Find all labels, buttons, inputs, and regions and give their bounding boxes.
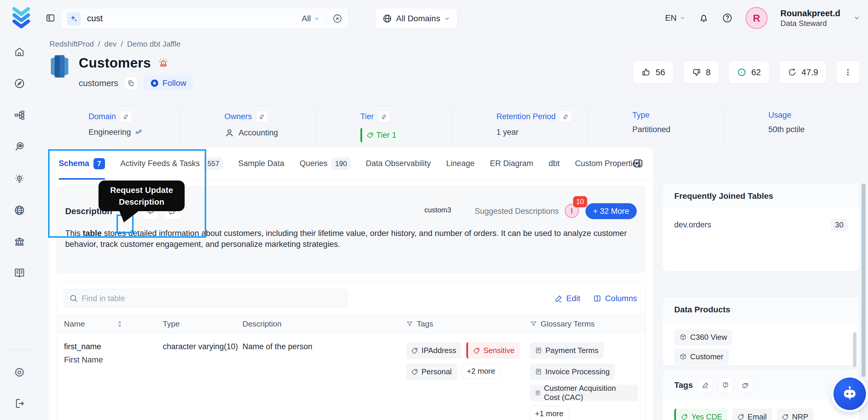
joined-table-row[interactable]: dev.orders 30 — [662, 208, 860, 242]
tab-activity-feeds[interactable]: Activity Feeds & Tasks 557 — [120, 148, 223, 180]
find-in-table-input[interactable] — [64, 289, 347, 308]
glossary-term-chip[interactable]: Payment Terms — [530, 342, 604, 359]
tags-more-button[interactable]: +2 more — [462, 363, 500, 379]
thumbs-up-icon — [642, 67, 651, 77]
lineage-icon[interactable] — [13, 109, 25, 121]
more-actions-button[interactable] — [836, 61, 860, 84]
all-domains-dropdown[interactable]: All Domains — [375, 8, 458, 29]
globe-icon — [382, 14, 392, 23]
likes-button[interactable]: 56 — [633, 61, 674, 84]
insights-bulb-icon[interactable] — [13, 173, 25, 185]
tag-chip[interactable]: IPAddress — [406, 342, 462, 359]
meta-owners: Owners Accounting — [180, 106, 316, 145]
user-menu[interactable]: Rounakpreet.d Data Steward — [780, 8, 840, 28]
edit-pencil-icon[interactable] — [378, 111, 390, 122]
tag-chip-yes-cde[interactable]: Yes CDE — [674, 409, 727, 420]
governance-bank-icon[interactable] — [13, 236, 25, 248]
tag-chip-sensitive[interactable]: Sensitive — [466, 342, 520, 359]
collapse-panel-icon[interactable] — [631, 157, 645, 170]
tab-data-observability[interactable]: Data Observability — [366, 148, 431, 180]
copy-icon[interactable] — [124, 77, 138, 90]
edit-pencil-icon[interactable] — [120, 111, 132, 122]
request-tags-icon[interactable] — [718, 378, 733, 393]
language-dropdown[interactable]: EN — [665, 13, 685, 23]
glossary-book-icon[interactable] — [13, 267, 25, 279]
tab-custom-properties[interactable]: Custom Properties — [575, 148, 641, 180]
globe-icon[interactable] — [13, 204, 25, 216]
column-header-tags[interactable]: Tags — [406, 320, 530, 329]
suggested-more-button[interactable]: + 32 More — [585, 203, 637, 219]
column-header-name[interactable]: Name — [64, 320, 163, 329]
tier-badge[interactable]: Tier 1 — [361, 128, 401, 143]
breadcrumb-connection[interactable]: RedshiftProd — [50, 39, 94, 49]
tag-chip[interactable]: Email — [732, 409, 772, 420]
help-icon[interactable] — [722, 13, 733, 23]
redshift-icon — [49, 54, 70, 91]
global-search-bar[interactable]: All — [61, 8, 349, 29]
suggested-avatar[interactable]: I 10 — [565, 204, 580, 218]
glossary-term-chip[interactable]: Customer Acquisition Cost (CAC) — [530, 385, 638, 401]
suggestions-bubbles-icon[interactable] — [738, 378, 753, 393]
tab-lineage[interactable]: Lineage — [446, 148, 474, 180]
views-button[interactable]: 62 — [728, 61, 769, 84]
domain-value[interactable]: Engineering — [89, 128, 131, 137]
tag-icon — [411, 368, 418, 375]
data-product-chip[interactable]: C360 View — [674, 329, 732, 345]
chatbot-button[interactable] — [834, 378, 866, 410]
logout-icon[interactable] — [13, 398, 25, 409]
column-header-glossary[interactable]: Glossary Terms — [530, 320, 638, 329]
panel-scrollbar[interactable] — [853, 332, 857, 367]
discover-compass-icon[interactable] — [13, 78, 25, 89]
tab-queries[interactable]: Queries 190 — [300, 148, 351, 180]
tab-schema[interactable]: Schema 7 — [59, 148, 105, 180]
freshness-button[interactable]: 47.9 — [779, 61, 827, 84]
notifications-bell-icon[interactable] — [699, 13, 709, 23]
glossary-term-chip[interactable]: Invoice Processing — [530, 363, 615, 380]
type-value: Partitioned — [632, 125, 671, 134]
observability-icon[interactable] — [13, 141, 25, 152]
tab-er-diagram[interactable]: ER Diagram — [490, 148, 533, 180]
search-scope-dropdown[interactable]: All — [302, 14, 326, 23]
edit-pencil-icon[interactable] — [256, 111, 268, 122]
tab-dbt[interactable]: dbt — [549, 148, 560, 180]
app-logo-icon[interactable] — [11, 5, 32, 28]
edit-tags-icon[interactable] — [698, 378, 713, 393]
sidebar-collapse-icon[interactable] — [45, 13, 56, 24]
tag-chip[interactable]: Personal — [406, 363, 457, 380]
table-row[interactable]: first_name First Name character varying(… — [57, 333, 645, 420]
breadcrumb-schema[interactable]: Demo dbt Jaffle — [127, 39, 181, 49]
kebab-menu-icon — [843, 68, 852, 77]
settings-gear-icon[interactable] — [13, 367, 25, 379]
user-group-icon — [224, 128, 235, 138]
data-product-chip[interactable]: Customer — [674, 349, 729, 365]
columns-button[interactable]: Columns — [593, 294, 637, 303]
breadcrumb-separator: / — [98, 39, 100, 49]
edit-pencil-icon[interactable] — [560, 111, 571, 122]
rail-divider — [6, 350, 32, 350]
tag-chip[interactable]: NRP — [777, 409, 814, 420]
tab-sample-data[interactable]: Sample Data — [238, 148, 284, 180]
column-header-type[interactable]: Type — [163, 320, 242, 329]
breadcrumb-database[interactable]: dev — [104, 39, 117, 49]
page-scrollbar[interactable] — [862, 183, 866, 377]
frequently-joined-tables-card: Frequently Joined Tables dev.orders 30 — [662, 183, 860, 271]
follow-button[interactable]: Follow — [144, 76, 193, 91]
home-icon[interactable] — [13, 46, 25, 58]
retention-value: 1 year — [496, 128, 519, 137]
glossary-more-button[interactable]: +1 more — [530, 406, 568, 420]
owners-value[interactable]: Accounting — [239, 128, 278, 138]
page-title: Customers — [79, 55, 151, 71]
announcement-siren-icon[interactable] — [157, 57, 169, 69]
column-header-description[interactable]: Description — [242, 320, 406, 329]
cell-tags: IPAddress Sensitive Personal +2 more — [406, 342, 530, 380]
tags-title: Tags — [674, 381, 693, 390]
edit-button[interactable]: Edit — [555, 294, 580, 303]
suggested-descriptions-label: Suggested Descriptions — [475, 207, 559, 216]
user-avatar[interactable]: R — [746, 7, 768, 29]
tier-label: Tier — [361, 112, 374, 121]
clear-search-icon[interactable] — [332, 13, 342, 24]
ai-sparkle-icon — [67, 12, 81, 25]
dislikes-button[interactable]: 8 — [683, 61, 719, 84]
global-search-input[interactable] — [87, 13, 302, 23]
metadata-band: Domain Engineering Owners Accounting Tie… — [44, 106, 860, 145]
